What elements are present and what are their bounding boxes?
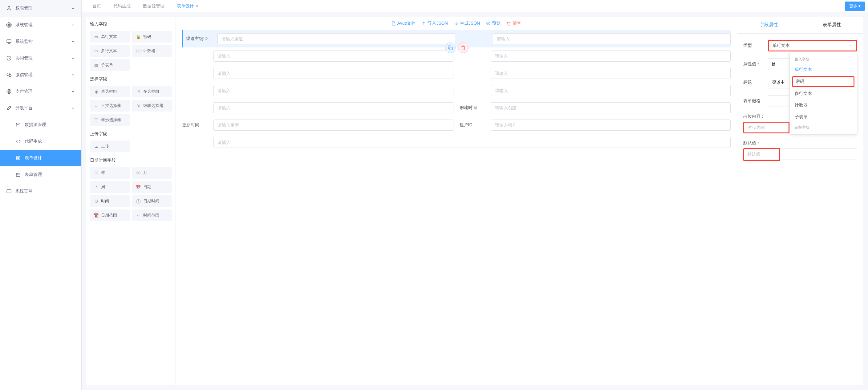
menu-permission[interactable]: 权限管理 xyxy=(0,0,81,17)
submenu-datasource[interactable]: 数据源管理 xyxy=(0,116,81,133)
main: 首页 代码生成 数据源管理 表单设计× 更多 ▾ 输入字段▭单行文本🔒密码▭多行… xyxy=(82,0,868,390)
type-select[interactable]: 单行文本 xyxy=(768,40,857,52)
palette-item[interactable]: ▭多行文本 xyxy=(90,45,130,57)
props-body: 类型： 单行文本 属性值： 标题： xyxy=(737,34,863,385)
form-row[interactable]: 渠道主键ID xyxy=(182,30,731,48)
menu-label: 开发平台 xyxy=(16,106,33,111)
palette-item[interactable]: ☰树形选择器 xyxy=(90,114,130,126)
palette-item[interactable]: 🔒密码 xyxy=(132,31,172,42)
upload-icon: ☁ xyxy=(94,144,99,149)
prop-label-default: 默认值： xyxy=(743,140,761,146)
close-icon[interactable]: × xyxy=(196,3,198,8)
palette-item[interactable]: ▦子表单 xyxy=(90,59,130,71)
clear-button[interactable]: 清空 xyxy=(507,21,521,26)
palette-item-label: 上传 xyxy=(101,144,109,149)
palette-item-label: 单选框组 xyxy=(101,89,117,94)
palette-item-label: 级联选择器 xyxy=(143,103,163,109)
export-button[interactable]: 生成JSON xyxy=(454,21,480,26)
palette-item[interactable]: 📅日期 xyxy=(132,181,172,193)
copy-button[interactable] xyxy=(445,42,456,53)
tab-codegen[interactable]: 代码生成 xyxy=(107,0,137,12)
palette-item[interactable]: ⌄下拉选择器 xyxy=(90,100,130,112)
form-row[interactable]: 创建时间 xyxy=(182,99,731,116)
form-row[interactable] xyxy=(182,82,731,99)
form-input[interactable] xyxy=(213,137,731,148)
form-row[interactable] xyxy=(182,65,731,82)
palette-item-label: 日期 xyxy=(143,184,151,190)
palette-item[interactable]: ☑多选框组 xyxy=(132,86,172,97)
dd-item-subform[interactable]: 子表单 xyxy=(790,111,857,123)
palette-item[interactable]: 30月 xyxy=(132,167,172,179)
default-input[interactable] xyxy=(743,148,857,160)
placeholder-input[interactable] xyxy=(743,122,789,133)
palette-item[interactable]: ⇲级联选择器 xyxy=(132,100,172,112)
tab-formdesign[interactable]: 表单设计× xyxy=(170,0,205,12)
submenu-formdesign[interactable]: 表单设计 xyxy=(0,150,81,167)
palette-item[interactable]: 7周 xyxy=(90,181,130,193)
doc-button[interactable]: Avue文档 xyxy=(392,21,416,26)
chevron-down-icon xyxy=(71,89,75,94)
submenu-formmanage[interactable]: 表单管理 xyxy=(0,167,81,183)
palette-group-title: 选择字段 xyxy=(90,77,172,82)
palette-item-label: 密码 xyxy=(143,34,151,39)
more-button[interactable]: 更多 ▾ xyxy=(845,2,865,11)
form-input[interactable] xyxy=(213,51,454,62)
form-cell xyxy=(461,33,731,44)
palette-item[interactable]: ↔时间范围 xyxy=(132,209,172,221)
palette-item[interactable]: ⏱时间 xyxy=(90,195,130,207)
tab-datasource[interactable]: 数据源管理 xyxy=(137,0,170,12)
dd-item-textarea[interactable]: 多行文本 xyxy=(790,88,857,99)
delete-button[interactable] xyxy=(458,42,468,53)
form-row[interactable]: 更新时间租户ID xyxy=(182,116,731,134)
form-row[interactable] xyxy=(182,134,731,151)
palette-item[interactable]: 🕐日期时间 xyxy=(132,195,172,207)
palette-item[interactable]: ◉单选框组 xyxy=(90,86,130,97)
palette-item-label: 多行文本 xyxy=(101,48,117,54)
dd-item-counter[interactable]: 计数器 xyxy=(790,99,857,111)
palette-item[interactable]: ▭单行文本 xyxy=(90,31,130,42)
submenu-label: 表单设计 xyxy=(25,155,42,161)
tab-home[interactable]: 首页 xyxy=(86,0,107,12)
form-input[interactable] xyxy=(491,85,731,96)
tab-label: 代码生成 xyxy=(113,3,131,8)
submenu-codegen[interactable]: 代码生成 xyxy=(0,133,81,150)
form-input[interactable] xyxy=(213,68,454,79)
form-input[interactable] xyxy=(213,120,454,130)
form-cell xyxy=(460,51,731,62)
form-input[interactable] xyxy=(491,120,731,130)
form-input[interactable] xyxy=(491,68,731,79)
form-label: 更新时间 xyxy=(182,122,210,128)
form-input[interactable] xyxy=(213,102,454,113)
menu-dev[interactable]: 开发平台 xyxy=(0,100,81,116)
menu-monitor[interactable]: 系统监控 xyxy=(0,33,81,50)
form-cell xyxy=(460,85,731,96)
form-input[interactable] xyxy=(213,85,454,96)
import-button[interactable]: 导入JSON xyxy=(422,21,447,26)
form-label: 渠道主键ID xyxy=(186,36,214,41)
menu-site[interactable]: 系统官网 xyxy=(0,183,81,200)
svg-rect-14 xyxy=(7,190,11,193)
form-input[interactable] xyxy=(491,102,731,113)
form-input[interactable] xyxy=(491,51,731,62)
menu-system[interactable]: 系统管理 xyxy=(0,17,81,33)
form-input[interactable] xyxy=(493,33,731,44)
svg-rect-7 xyxy=(17,156,20,160)
dd-item-password[interactable]: 密码 xyxy=(792,76,855,87)
dd-group-label: 选择字段 xyxy=(790,123,857,132)
menu-coop[interactable]: 协同管理 xyxy=(0,50,81,66)
palette-item[interactable]: 12年 xyxy=(90,167,130,179)
palette-item[interactable]: 📆日期范围 xyxy=(90,209,130,221)
dd-item-text[interactable]: 单行文本 xyxy=(790,64,857,76)
gear-icon xyxy=(6,22,12,28)
menu-wechat[interactable]: 微信管理 xyxy=(0,66,81,83)
palette-item[interactable]: ☁上传 xyxy=(90,141,130,152)
form-cell xyxy=(460,68,731,79)
type-dropdown: 输入字段 单行文本 密码 多行文本 计数器 子表单 选择字段 xyxy=(789,52,857,134)
form-input[interactable] xyxy=(217,33,455,44)
palette-item[interactable]: 123计数器 xyxy=(132,45,172,57)
preview-button[interactable]: 预览 xyxy=(486,21,500,26)
palette-item-label: 周 xyxy=(101,184,105,190)
tab-field-props[interactable]: 字段属性 xyxy=(737,17,800,33)
tab-form-props[interactable]: 表单属性 xyxy=(800,17,863,33)
menu-pay[interactable]: 支付管理 xyxy=(0,83,81,100)
